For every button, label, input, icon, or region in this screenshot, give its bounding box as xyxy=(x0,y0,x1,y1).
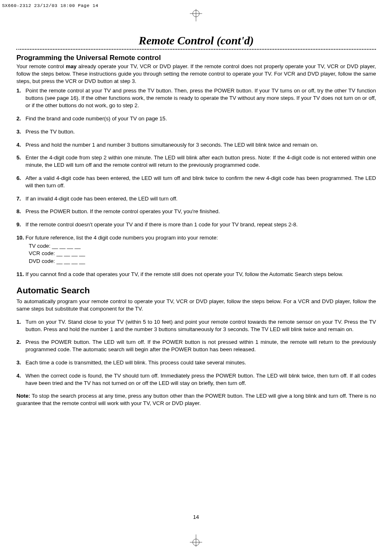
step-text: Press the POWER button. If the remote co… xyxy=(25,208,376,215)
list-item: 4.When the correct code is found, the TV… xyxy=(16,372,376,387)
dvd-code-blank: DVD code: __ __ __ __ xyxy=(29,258,376,265)
step-text: Enter the 4-digit code from step 2 withi… xyxy=(25,154,376,169)
list-item: 9.If the remote control doesn't operate … xyxy=(16,221,376,228)
registration-mark-top-icon xyxy=(186,9,206,21)
step-number: 3. xyxy=(16,128,25,136)
list-item: 2.Find the brand and code number(s) of y… xyxy=(16,115,376,122)
step-number: 8. xyxy=(16,208,25,215)
step-text: Find the brand and code number(s) of you… xyxy=(25,115,376,122)
step-text: Press the POWER button. The LED will tur… xyxy=(25,339,376,353)
registration-mark-bottom-icon xyxy=(186,534,206,547)
document-page: SX660-2312 23/12/03 18:00 Page 14 Remote… xyxy=(0,0,392,555)
list-item: 3.Press the TV button. xyxy=(16,128,376,136)
page-number: 14 xyxy=(0,514,392,520)
dotted-divider xyxy=(16,49,376,50)
step-text: Each time a code is transmitted, the LED… xyxy=(25,359,376,366)
programming-steps-list: 1.Point the remote control at your TV an… xyxy=(16,87,376,278)
list-item: 11.If you cannot find a code that operat… xyxy=(16,271,376,278)
print-header: SX660-2312 23/12/03 18:00 Page 14 xyxy=(2,3,98,8)
step-text: Press the TV button. xyxy=(25,128,376,136)
step-text: If the remote control doesn't operate yo… xyxy=(25,221,376,228)
step-number: 2. xyxy=(16,115,25,122)
step-number: 7. xyxy=(16,195,25,203)
step-text: If an invalid 4-digit code has been ente… xyxy=(25,195,376,203)
step-number: 1. xyxy=(16,318,25,333)
step-text: Turn on your TV. Stand close to your TV … xyxy=(25,318,376,333)
list-item: 1.Turn on your TV. Stand close to your T… xyxy=(16,318,376,333)
page-title: Remote Control (cont'd) xyxy=(16,34,376,47)
step-number: 9. xyxy=(16,221,25,228)
vcr-code-blank: VCR code: __ __ __ __ xyxy=(29,250,376,257)
step-number: 5. xyxy=(16,154,25,169)
step-number: 4. xyxy=(16,141,25,149)
step-text: Press and hold the number 1 and number 3… xyxy=(25,141,376,149)
list-item: 2.Press the POWER button. The LED will t… xyxy=(16,339,376,353)
list-item: TV code: __ __ __ __VCR code: __ __ __ _… xyxy=(16,242,376,265)
page-content: Remote Control (cont'd) Programming the … xyxy=(16,31,376,413)
list-item: 4.Press and hold the number 1 and number… xyxy=(16,141,376,149)
step-number: 11. xyxy=(16,271,25,278)
list-item: 3.Each time a code is transmitted, the L… xyxy=(16,359,376,366)
list-item: 8.Press the POWER button. If the remote … xyxy=(16,208,376,215)
step-number: 6. xyxy=(16,175,25,189)
step-number: 10. xyxy=(16,234,25,242)
list-item: 6.After a valid 4-digit code has been en… xyxy=(16,175,376,189)
step-number: 2. xyxy=(16,339,25,353)
step-text: When the correct code is found, the TV s… xyxy=(25,372,376,387)
step-number: 3. xyxy=(16,359,25,366)
step-text: After a valid 4-digit code has been ente… xyxy=(25,175,376,189)
step-number: 4. xyxy=(16,372,25,387)
programming-heading: Programming the Universal Remote control xyxy=(16,54,376,62)
list-item: 10.For future reference, list the 4 digi… xyxy=(16,234,376,242)
list-item: 5.Enter the 4-digit code from step 2 wit… xyxy=(16,154,376,169)
automatic-search-heading: Automatic Search xyxy=(16,286,376,295)
automatic-search-steps-list: 1.Turn on your TV. Stand close to your T… xyxy=(16,318,376,387)
step-number: 1. xyxy=(16,87,25,109)
step-text: For future reference, list the 4 digit c… xyxy=(25,234,376,242)
programming-intro: Your remote control may already operate … xyxy=(16,63,376,85)
automatic-search-intro: To automatically program your remote con… xyxy=(16,298,376,313)
code-blanks: TV code: __ __ __ __VCR code: __ __ __ _… xyxy=(29,242,376,265)
tv-code-blank: TV code: __ __ __ __ xyxy=(29,242,376,250)
list-item: 7.If an invalid 4-digit code has been en… xyxy=(16,195,376,203)
note-paragraph: Note: To stop the search process at any … xyxy=(16,392,376,407)
step-text: Point the remote control at your TV and … xyxy=(25,87,376,109)
list-item: 1.Point the remote control at your TV an… xyxy=(16,87,376,109)
step-text: If you cannot find a code that operates … xyxy=(25,271,376,278)
